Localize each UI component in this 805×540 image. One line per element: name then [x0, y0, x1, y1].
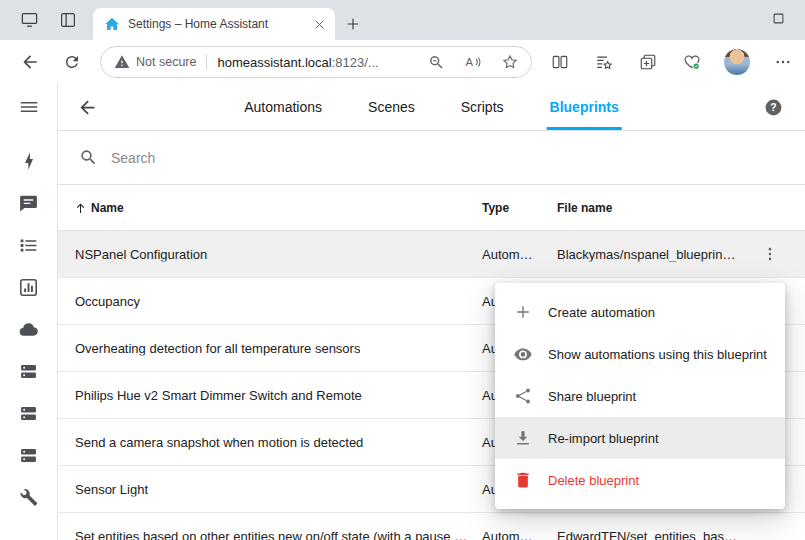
menu-item-label: Delete blueprint: [548, 473, 639, 488]
zoom-out-button[interactable]: [428, 54, 445, 71]
refresh-button[interactable]: [63, 53, 81, 71]
tab-close-button[interactable]: [312, 17, 327, 32]
row-overflow-button[interactable]: [761, 245, 779, 263]
sidebar-menu-button[interactable]: [0, 84, 58, 130]
browser-tab[interactable]: Settings – Home Assistant: [93, 8, 335, 40]
maximize-icon: [771, 11, 786, 26]
sidebar-item-integration-3[interactable]: [0, 434, 58, 476]
blueprint-context-menu: Create automation Show automations using…: [495, 283, 785, 509]
search-row: [58, 131, 805, 185]
sidebar-item-energy[interactable]: [0, 140, 58, 182]
sidebar-item-integration-1[interactable]: [0, 350, 58, 392]
browser-toolbar: Not secure homeassistant.local:8123/... …: [0, 40, 805, 84]
sidebar-item-logbook[interactable]: [0, 182, 58, 224]
download-icon: [513, 428, 533, 448]
sidebar-item-integration-2[interactable]: [0, 392, 58, 434]
arrow-left-icon: [77, 97, 98, 118]
site-info-button[interactable]: Not secure: [114, 54, 196, 70]
sidebar-item-history[interactable]: [0, 266, 58, 308]
url-host: homeassistant.local: [217, 55, 331, 70]
star-icon: [501, 53, 519, 71]
chat-icon: [18, 193, 39, 214]
address-bar-actions: A: [428, 53, 519, 71]
tab-actions-button[interactable]: [59, 11, 77, 29]
warning-icon: [114, 54, 130, 70]
tab-blueprints[interactable]: Blueprints: [547, 84, 622, 130]
menu-item-reimport-blueprint[interactable]: Re-import blueprint: [495, 417, 785, 459]
menu-item-label: Create automation: [548, 305, 655, 320]
zoom-out-icon: [428, 54, 445, 71]
plus-icon: [513, 302, 533, 322]
collections-button[interactable]: [639, 53, 657, 71]
address-bar[interactable]: Not secure homeassistant.local:8123/... …: [100, 46, 532, 78]
url-text: homeassistant.local:8123/...: [217, 55, 378, 70]
sidebar-item-todo[interactable]: [0, 224, 58, 266]
menu-item-delete-blueprint[interactable]: Delete blueprint: [495, 459, 785, 501]
close-icon: [312, 17, 327, 32]
eye-icon: [513, 344, 533, 364]
profile-avatar[interactable]: [724, 49, 750, 75]
menu-item-label: Share blueprint: [548, 389, 636, 404]
menu-item-label: Re-import blueprint: [548, 431, 659, 446]
row-name: Occupancy: [75, 294, 140, 309]
row-name: NSPanel Configuration: [75, 247, 207, 262]
sidebar-item-developer-tools[interactable]: [0, 476, 58, 518]
table-header: Name Type File name: [58, 185, 805, 231]
ha-sidebar: [0, 84, 58, 540]
help-button[interactable]: ?: [764, 98, 783, 117]
file-column-header[interactable]: File name: [557, 201, 612, 215]
menu-item-create-automation[interactable]: Create automation: [495, 291, 785, 333]
trash-icon: [513, 470, 533, 490]
list-icon: [18, 235, 39, 256]
tab-scripts[interactable]: Scripts: [458, 84, 507, 130]
row-name: Set entities based on other entities new…: [75, 529, 470, 540]
home-assistant-favicon-icon: [104, 16, 120, 32]
ha-back-button[interactable]: [77, 97, 98, 118]
search-input[interactable]: [111, 150, 805, 166]
read-aloud-button[interactable]: A: [464, 53, 482, 71]
help-icon: ?: [764, 98, 783, 117]
favorite-button[interactable]: [501, 53, 519, 71]
split-screen-button[interactable]: [551, 53, 569, 71]
chart-box-icon: [18, 277, 39, 298]
svg-text:?: ?: [770, 102, 776, 113]
sidebar-item-cloud[interactable]: [0, 308, 58, 350]
browser-menu-button[interactable]: [774, 53, 792, 71]
sort-ascending-icon: [73, 200, 88, 215]
server-icon: [18, 361, 39, 382]
workspaces-icon: [20, 10, 39, 29]
tab-automations[interactable]: Automations: [241, 84, 325, 130]
row-type: Autom…: [482, 247, 552, 262]
table-row[interactable]: Set entities based on other entities new…: [58, 513, 805, 540]
url-path: :8123/...: [332, 55, 379, 70]
menu-item-show-automations[interactable]: Show automations using this blueprint: [495, 333, 785, 375]
plus-icon: [344, 15, 362, 33]
read-aloud-icon: A: [464, 53, 482, 71]
ha-header: Automations Scenes Scripts Blueprints ?: [58, 84, 805, 131]
ellipsis-icon: [774, 53, 792, 71]
window-maximize-button[interactable]: [771, 11, 786, 26]
new-tab-button[interactable]: [344, 15, 362, 33]
table-row[interactable]: NSPanel Configuration Autom… Blackymas/n…: [58, 231, 805, 278]
refresh-icon: [63, 53, 81, 71]
name-column-header[interactable]: Name: [73, 200, 124, 215]
browser-back-button[interactable]: [20, 52, 40, 72]
row-file: EdwardTFN/set_entities_bas…: [557, 529, 755, 540]
browser-essentials-button[interactable]: [683, 53, 701, 71]
tab-actions-icon: [59, 11, 77, 29]
workspaces-button[interactable]: [20, 10, 39, 29]
share-icon: [513, 386, 533, 406]
type-column-header[interactable]: Type: [482, 201, 509, 215]
favorites-hub-icon: [595, 53, 613, 71]
tab-title: Settings – Home Assistant: [128, 17, 304, 31]
server-icon: [18, 403, 39, 424]
row-name: Overheating detection for all temperatur…: [75, 341, 360, 356]
browser-essentials-icon: [683, 53, 701, 71]
sidebar-items: [0, 140, 58, 518]
search-icon: [79, 148, 98, 167]
menu-item-share-blueprint[interactable]: Share blueprint: [495, 375, 785, 417]
row-type: Autom…: [482, 529, 552, 540]
favorites-hub-button[interactable]: [595, 53, 613, 71]
tab-scenes[interactable]: Scenes: [365, 84, 418, 130]
cloud-icon: [18, 319, 39, 340]
